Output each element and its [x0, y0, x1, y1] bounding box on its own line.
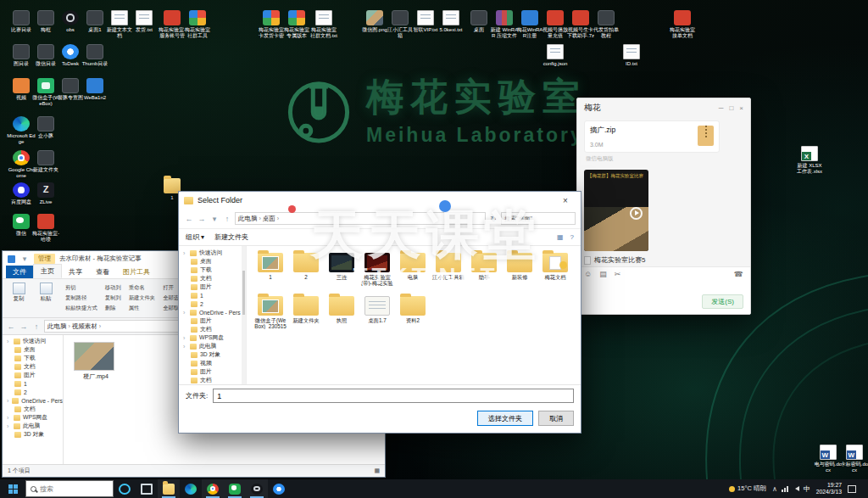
file-tile[interactable]: 助手 [467, 253, 501, 286]
taskbar-icon-taskview[interactable] [136, 479, 158, 498]
breadcrumb-item[interactable]: 桌面 [263, 215, 275, 223]
desktop-icon[interactable]: 代发货拍单教程 [592, 10, 620, 39]
action-center-icon[interactable] [848, 485, 856, 493]
taskbar-icon-chrome[interactable] [202, 479, 224, 498]
taskbar-icon-wechat[interactable] [224, 479, 246, 498]
emoji-icon[interactable]: ☺ [584, 270, 592, 278]
send-button[interactable]: 发送(S) [702, 294, 743, 309]
desktop-icon[interactable]: 梅花实验室接单文档 [668, 10, 697, 39]
desktop-icon[interactable]: 梅花实验室社群文档.txt [309, 10, 338, 39]
ribbon-button[interactable]: 属性 [129, 305, 155, 312]
desktop-icon[interactable]: 梅花实验室-服务账号管理 [158, 10, 186, 39]
sidebar-item[interactable]: 文档 [5, 362, 63, 371]
file-tile[interactable]: 1 [253, 253, 287, 286]
desktop-icon[interactable]: 桌面 [465, 10, 493, 33]
back-button[interactable]: ← [6, 322, 16, 331]
file-tile[interactable]: 资料2 [396, 296, 430, 329]
sidebar-item[interactable]: 文档 [181, 325, 246, 333]
sidebar-item[interactable]: 文档 [181, 274, 246, 283]
ribbon-tab-2[interactable]: 共享 [62, 266, 89, 278]
taskbar-icon-cortana[interactable] [114, 479, 136, 498]
sidebar-item[interactable]: 视频 [181, 359, 246, 367]
ribbon-button[interactable]: 移动到 [105, 284, 121, 292]
help-icon[interactable]: ? [570, 233, 574, 241]
ribbon-button[interactable]: 复制 [6, 282, 31, 303]
file-message-bubble[interactable]: 摘广.zip 3.0M [584, 120, 720, 153]
desktop-icon[interactable]: 新建 WinRAR 压缩文件 [490, 10, 519, 39]
organize-button[interactable]: 组织 ▾ [186, 232, 204, 242]
ribbon-button[interactable]: 重命名 [129, 284, 155, 292]
file-tile[interactable]: 三连 [325, 253, 359, 286]
sidebar-item[interactable]: 图片 [181, 316, 246, 325]
dialog-search-input[interactable] [501, 212, 576, 225]
screenshot-icon[interactable]: ✂ [615, 270, 621, 278]
breadcrumb-item[interactable]: 视频素材 [72, 322, 97, 331]
ribbon-button[interactable]: 剪切 [65, 284, 97, 292]
chevron-down-icon[interactable]: ▾ [19, 255, 30, 263]
sidebar-item[interactable]: ›快速访问 [181, 249, 246, 257]
up-button[interactable]: ↑ [222, 215, 232, 223]
video-caption-row[interactable]: 梅花实验室比赛5 [584, 255, 743, 265]
sidebar-item[interactable]: ›OneDrive - Pers [181, 308, 246, 316]
volume-icon[interactable] [793, 486, 799, 491]
taskbar-search-input[interactable] [40, 485, 99, 493]
desktop-icon[interactable]: 微信图.png [360, 10, 389, 33]
ribbon-tab-3[interactable]: 查看 [89, 266, 116, 278]
sidebar-item[interactable]: ›快速访问 [5, 337, 63, 345]
file-tile[interactable]: 梅花实验室(带)-梅花实验室比赛 [360, 253, 394, 286]
desktop-icon[interactable]: ZLive [31, 182, 60, 205]
desktop-icon[interactable]: 梅花实验室专属版本 [282, 10, 311, 39]
sidebar-item[interactable]: 2 [5, 388, 63, 396]
desktop-icon[interactable]: 梅花实验室社群工具 [183, 10, 212, 39]
file-tile[interactable]: 执照 [325, 296, 359, 329]
file-tile[interactable]: 梗厂.mp4 [74, 342, 118, 381]
desktop-icon[interactable]: 新建文件夹 [31, 150, 60, 173]
sidebar-item[interactable]: ›此电脑 [5, 422, 63, 430]
sidebar-item[interactable]: ›此电脑 [181, 342, 246, 350]
taskbar-icon-obs[interactable] [246, 479, 268, 498]
dialog-breadcrumb[interactable]: 此电脑›桌面› [235, 212, 486, 225]
desktop-icon[interactable]: config.json [541, 44, 570, 67]
file-tile[interactable]: 梅花文档 [538, 253, 572, 286]
file-tile[interactable]: 新建文件夹 [289, 296, 323, 329]
forward-button[interactable]: → [19, 322, 29, 331]
sidebar-item[interactable]: 3D 对象 [5, 430, 63, 439]
weather-widget[interactable]: 15°C 晴朗 [729, 484, 766, 493]
sidebar-item[interactable]: 桌面 [5, 345, 63, 354]
ribbon-button[interactable]: 复制到 [105, 294, 121, 302]
sidebar-item[interactable]: ›WPS网盘 [5, 413, 63, 422]
maximize-icon[interactable]: □ [729, 104, 733, 112]
ribbon-button[interactable]: 粘贴 [33, 282, 58, 303]
sidebar-item[interactable]: 桌面 [181, 257, 246, 266]
ribbon-tab-1[interactable]: 主页 [33, 264, 62, 278]
sidebar-item[interactable]: 2 [181, 299, 246, 308]
ribbon-tab-0[interactable]: 文件 [6, 266, 33, 278]
ribbon-tab-4[interactable]: 图片工具 [116, 266, 157, 278]
file-tile[interactable]: 电脑 [396, 253, 430, 286]
desktop-icon[interactable]: 梅花WinRAR注册 [515, 10, 544, 39]
network-icon[interactable] [782, 486, 788, 492]
file-tile[interactable]: 桌面1.7 [360, 296, 394, 329]
taskbar-icon-explorer-folder[interactable] [158, 479, 180, 498]
contextual-tab-manage[interactable]: 管理 [34, 254, 55, 264]
sidebar-item[interactable]: 文档 [181, 376, 246, 384]
refresh-icon[interactable]: ↻ [488, 215, 498, 223]
recent-locations-icon[interactable]: ▾ [209, 215, 220, 223]
taskbar-clock[interactable]: 19:27 2024/3/13 [816, 482, 842, 495]
taskbar-icon-edge[interactable] [180, 479, 202, 498]
close-icon[interactable]: × [739, 104, 743, 112]
desktop-icon[interactable]: 梅花实验室卡发货卡密工具 [257, 10, 286, 39]
desktop-icon[interactable]: 梅花实验室-哈喽 [31, 214, 60, 243]
close-icon[interactable]: × [555, 196, 576, 205]
cancel-button[interactable]: 取消 [538, 411, 574, 426]
desktop-icon[interactable]: ID.txt [617, 44, 646, 67]
file-tile[interactable]: 微信盒子(WeBox)_230515 [253, 296, 287, 329]
taskbar-icon-todesk[interactable] [268, 479, 290, 498]
ribbon-button[interactable]: 新建文件夹 [129, 294, 155, 302]
sidebar-item[interactable]: 图片 [181, 367, 246, 376]
select-folder-button[interactable]: 选择文件夹 [477, 411, 533, 426]
forward-button[interactable]: → [197, 215, 207, 223]
sidebar-item[interactable]: ›OneDrive - Pers [5, 396, 63, 405]
desktop-icon[interactable]: Thumb目录 [81, 44, 109, 67]
view-toggle-icon[interactable]: ▦ [374, 467, 380, 474]
